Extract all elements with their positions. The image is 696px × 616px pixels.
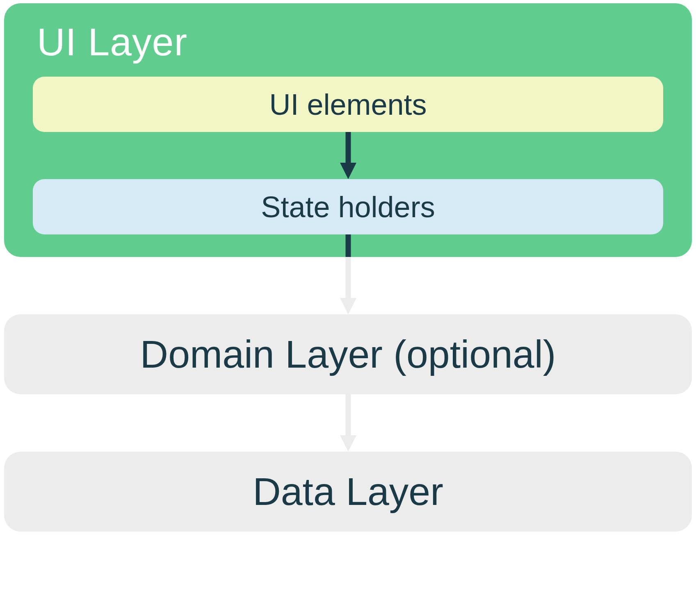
state-holders-box: State holders (33, 179, 663, 234)
arrow-ui-to-state (33, 132, 663, 179)
svg-marker-6 (340, 435, 356, 452)
ui-elements-label: UI elements (269, 88, 427, 121)
arrow-domain-to-data (338, 394, 358, 452)
ui-elements-box: UI elements (33, 77, 663, 132)
data-layer-box: Data Layer (4, 452, 692, 532)
arrow-state-out (33, 234, 663, 257)
arrow-ui-to-domain (338, 257, 358, 314)
svg-marker-1 (340, 163, 356, 179)
data-layer-label: Data Layer (253, 469, 443, 514)
svg-marker-4 (340, 298, 356, 314)
state-holders-label: State holders (261, 190, 435, 224)
domain-layer-box: Domain Layer (optional) (4, 314, 692, 394)
ui-layer-container: UI Layer UI elements State holders (4, 3, 692, 257)
domain-layer-label: Domain Layer (optional) (140, 332, 556, 377)
ui-layer-title: UI Layer (33, 20, 663, 77)
